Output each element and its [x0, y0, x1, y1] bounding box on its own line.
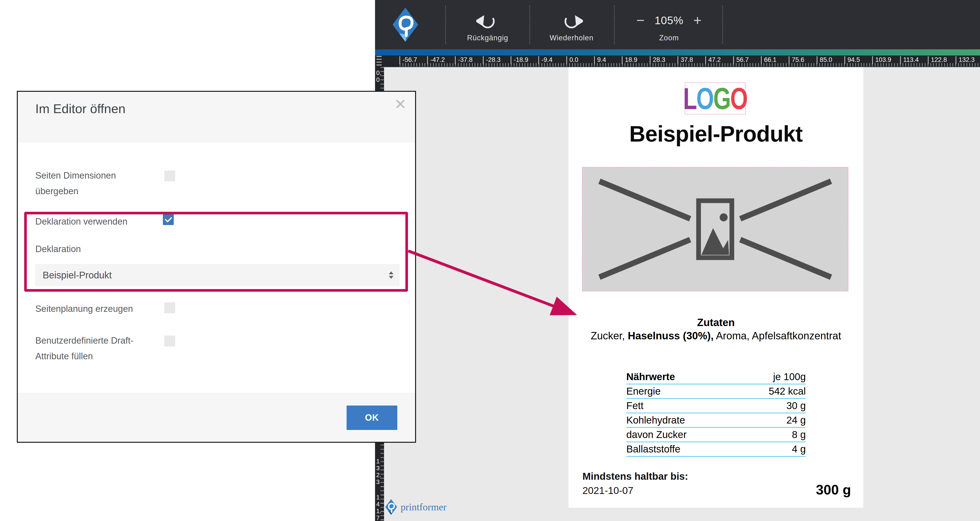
checkbox-seiten-dimensionen[interactable]: [164, 170, 175, 182]
logo-letter: O: [697, 83, 713, 113]
nutrition-value: 30 g: [786, 400, 806, 411]
open-in-editor-dialog: Im Editor öffnen ✕ Seiten Dimensionen üb…: [17, 91, 416, 443]
table-row: Nährwerte je 100g: [626, 370, 806, 384]
toolbar-separator: [445, 5, 446, 44]
ruler-label: 0.0: [570, 56, 578, 64]
nutrition-label: Ballaststoffe: [626, 443, 680, 455]
ruler-label: 0.0: [376, 70, 381, 83]
toolbar-separator: [614, 5, 615, 44]
ruler-label: 113.4: [903, 56, 919, 64]
label-line: Attribute füllen: [35, 348, 134, 364]
field-label-deklaration-verwenden: Deklaration verwenden: [35, 217, 127, 226]
ruler-corner: [375, 56, 384, 67]
zoom-out-button[interactable]: −: [636, 13, 644, 27]
product-title: Beispiel-Produkt: [568, 121, 863, 147]
ruler-label: -56.7: [402, 56, 417, 64]
nutrition-value: 542 kcal: [769, 386, 806, 397]
ruler-label: 56.7: [736, 56, 749, 64]
deklaration-select[interactable]: Beispiel-Produkt: [35, 264, 399, 286]
printformer-logo-icon[interactable]: [392, 6, 418, 43]
ruler-label: 132.3: [376, 458, 381, 486]
label-line: Seiten Dimensionen: [35, 168, 116, 183]
ruler-label: 18.9: [625, 56, 638, 64]
nutrition-table: Nährwerte je 100g Energie 542 kcal Fett …: [626, 370, 806, 457]
image-placeholder-icon: [583, 168, 848, 291]
ingredients-text: Zucker, Haselnuss (30%), Aroma, Apfelsaf…: [568, 330, 863, 342]
logo-image-frame[interactable]: L O G O: [685, 82, 746, 115]
printformer-wordmark: printformer: [401, 501, 447, 513]
ruler-label: 132.3: [959, 56, 975, 64]
ok-button[interactable]: OK: [347, 406, 397, 430]
checkbox-seitenplanung[interactable]: [164, 302, 175, 313]
ruler-label: -37.8: [458, 56, 473, 64]
ruler-label: 66.1: [764, 56, 776, 64]
ruler-label: 103.9: [875, 56, 891, 64]
editor-region: Rückgängig Wiederholen − 105% + Zoom: [375, 0, 980, 521]
field-label-seiten-dimensionen: Seiten Dimensionen übergeben: [35, 168, 116, 199]
net-weight: 300 g: [816, 482, 851, 497]
table-row: Kohlehydrate 24 g: [626, 413, 806, 428]
printformer-logo-icon: [385, 499, 397, 515]
dialog-header: [18, 92, 415, 142]
logo-letter: L: [683, 83, 696, 113]
ruler-label: -47.2: [430, 56, 445, 64]
redo-label: Wiederholen: [549, 33, 593, 42]
nutrition-value: 4 g: [792, 443, 806, 455]
undo-button[interactable]: Rückgängig: [456, 9, 520, 42]
checkbox-draft-attribute[interactable]: [164, 336, 175, 346]
editor-toolbar: Rückgängig Wiederholen − 105% + Zoom: [375, 0, 980, 49]
toolbar-separator: [529, 5, 530, 44]
zoom-label: Zoom: [659, 33, 679, 42]
table-row: Ballaststoffe 4 g: [626, 442, 806, 457]
field-label-seitenplanung: Seitenplanung erzeugen: [35, 304, 133, 313]
logo-text: L O G O: [683, 83, 747, 113]
label-line: übergeben: [35, 183, 116, 199]
ingredients-bold: Haselnuss (30%),: [628, 330, 714, 341]
nutrition-label: Nährwerte: [626, 371, 675, 382]
redo-button[interactable]: Wiederholen: [539, 9, 603, 42]
table-row: davon Zucker 8 g: [626, 428, 806, 442]
ruler-label: 141.7: [376, 494, 381, 521]
zoom-value: 105%: [654, 14, 683, 27]
ruler-label: 75.6: [792, 56, 804, 64]
nutrition-value: 8 g: [792, 429, 806, 440]
ruler-label: 85.0: [820, 56, 832, 64]
close-icon[interactable]: ✕: [394, 97, 407, 112]
nutrition-value: 24 g: [786, 414, 806, 426]
ruler-ticks: [400, 63, 980, 67]
printformer-footer-logo: printformer: [385, 499, 447, 515]
ruler-label: -18.9: [514, 56, 528, 64]
redo-icon: [560, 9, 583, 32]
select-arrows-icon: [389, 271, 393, 279]
nutrition-label: Kohlehydrate: [626, 414, 685, 426]
horizontal-ruler: -56.7 -47.2 -37.8 -28.3 -18.9 -9.4 0.0 9…: [375, 56, 980, 67]
nutrition-label: Energie: [626, 386, 661, 397]
toolbar-separator: [722, 5, 723, 44]
undo-label: Rückgängig: [467, 33, 508, 42]
label-line: Benutzerdefinierte Draft-: [35, 333, 134, 348]
ingredients-post: Aroma, Apfelsaftkonzentrat: [714, 330, 841, 341]
select-label-deklaration: Deklaration: [35, 244, 81, 253]
screen: Rückgängig Wiederholen − 105% + Zoom: [0, 0, 980, 521]
field-label-draft-attribute: Benutzerdefinierte Draft- Attribute füll…: [35, 333, 134, 364]
nutrition-label: Fett: [626, 400, 643, 411]
ruler-label: 37.8: [681, 56, 693, 64]
best-before-label: Mindstens haltbar bis:: [582, 471, 688, 482]
zoom-in-button[interactable]: +: [694, 13, 702, 27]
ruler-label: 122.8: [931, 56, 947, 64]
table-row: Fett 30 g: [626, 399, 806, 413]
table-row: Energie 542 kcal: [626, 384, 806, 399]
dialog-title: Im Editor öffnen: [35, 101, 126, 116]
nutrition-label: davon Zucker: [626, 429, 687, 440]
ruler-label: 47.2: [708, 56, 721, 64]
accent-gradient-bar: [375, 49, 980, 56]
ingredients-pre: Zucker,: [591, 330, 628, 341]
undo-icon: [476, 9, 499, 32]
best-before-date: 2021-10-07: [582, 485, 633, 496]
ruler-label: 94.5: [848, 56, 860, 64]
editor-canvas[interactable]: L O G O Beispiel-Produkt: [384, 67, 980, 521]
ruler-label: 28.3: [653, 56, 665, 64]
image-placeholder-frame[interactable]: [582, 167, 848, 292]
nutrition-value: je 100g: [773, 371, 806, 382]
checkbox-deklaration-verwenden[interactable]: [163, 214, 174, 225]
